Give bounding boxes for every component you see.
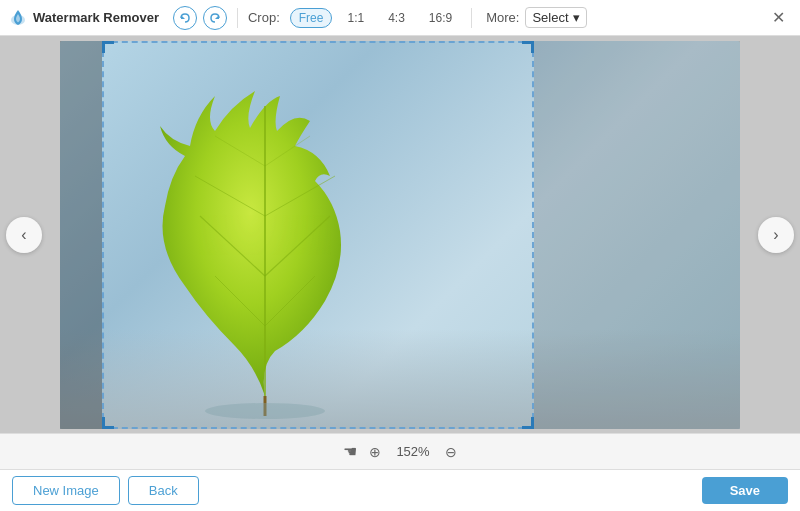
crop-label: Crop:	[248, 10, 280, 25]
prev-image-button[interactable]: ‹	[6, 217, 42, 253]
zoom-in-icon[interactable]: ⊕	[369, 444, 381, 460]
crop-1-1-button[interactable]: 1:1	[338, 8, 373, 28]
image-wrapper	[60, 41, 740, 429]
status-bar: ☚ ⊕ 152% ⊖	[0, 433, 800, 469]
prev-icon: ‹	[21, 226, 26, 244]
outside-crop-left	[60, 41, 102, 429]
save-button[interactable]: Save	[702, 477, 788, 504]
app-logo: Watermark Remover	[8, 8, 159, 28]
zoom-out-icon[interactable]: ⊖	[445, 444, 457, 460]
divider2	[471, 8, 472, 28]
divider	[237, 8, 238, 28]
zoom-level: 152%	[393, 444, 433, 459]
hand-tool-icon[interactable]: ☚	[343, 442, 357, 461]
crop-16-9-button[interactable]: 16:9	[420, 8, 461, 28]
dropdown-arrow-icon: ▾	[573, 10, 580, 25]
svg-point-11	[205, 403, 325, 419]
footer-left-actions: New Image Back	[12, 476, 199, 505]
toolbar: Watermark Remover Crop: Free 1:1 4:3 16:…	[0, 0, 800, 36]
crop-free-button[interactable]: Free	[290, 8, 333, 28]
app-title: Watermark Remover	[33, 10, 159, 25]
select-label: Select	[532, 10, 568, 25]
redo-icon	[209, 12, 221, 24]
leaf-image	[110, 51, 420, 429]
app-icon	[8, 8, 28, 28]
undo-icon	[179, 12, 191, 24]
new-image-button[interactable]: New Image	[12, 476, 120, 505]
footer: New Image Back Save	[0, 469, 800, 511]
outside-crop-right	[534, 41, 740, 429]
undo-button[interactable]	[173, 6, 197, 30]
redo-button[interactable]	[203, 6, 227, 30]
next-icon: ›	[773, 226, 778, 244]
canvas-area: ‹ ›	[0, 36, 800, 433]
more-label: More:	[486, 10, 519, 25]
back-button[interactable]: Back	[128, 476, 199, 505]
crop-4-3-button[interactable]: 4:3	[379, 8, 414, 28]
select-dropdown[interactable]: Select ▾	[525, 7, 586, 28]
close-button[interactable]: ✕	[764, 4, 792, 32]
next-image-button[interactable]: ›	[758, 217, 794, 253]
